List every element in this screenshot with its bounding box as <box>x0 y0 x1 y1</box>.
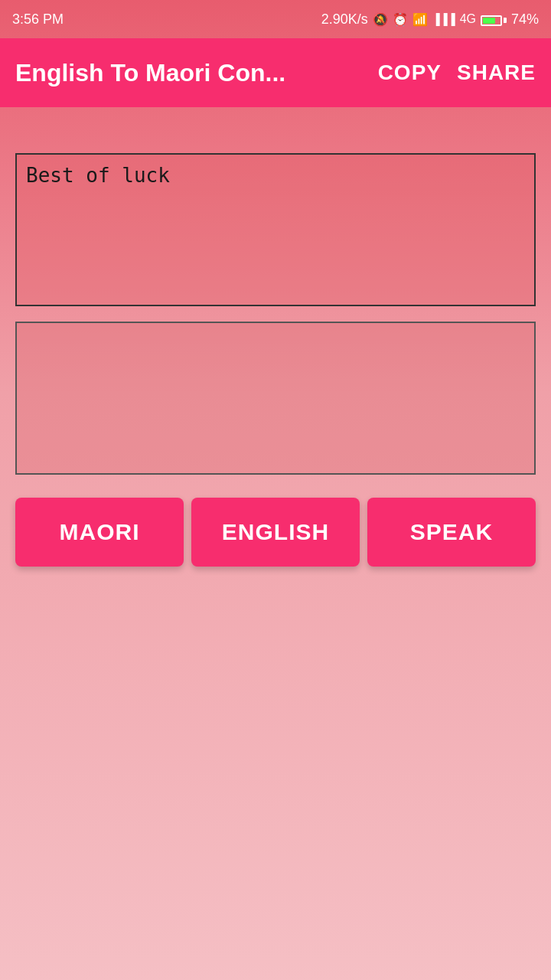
main-content: MAORI ENGLISH SPEAK <box>0 107 551 582</box>
copy-button[interactable]: COPY <box>378 60 442 85</box>
speak-button[interactable]: SPEAK <box>367 498 536 567</box>
status-left: 3:56 PM <box>12 11 64 28</box>
app-bar-actions: COPY SHARE <box>378 60 536 85</box>
time-display: 3:56 PM <box>12 11 64 28</box>
english-button[interactable]: ENGLISH <box>191 498 360 567</box>
input-textarea[interactable] <box>15 153 536 306</box>
battery-icon <box>481 11 507 28</box>
app-title: English To Maori Con... <box>15 59 378 87</box>
wifi-icon: 📶 <box>412 12 428 27</box>
network-type: 4G <box>460 12 476 26</box>
status-bar: 3:56 PM 2.90K/s 🔕 ⏰ 📶 ▐▐▐ 4G 74% <box>0 0 551 38</box>
battery-percent: 74% <box>511 11 539 28</box>
alarm-icon: ⏰ <box>393 12 408 27</box>
signal-icon: ▐▐▐ <box>432 13 455 25</box>
share-button[interactable]: SHARE <box>457 60 536 85</box>
app-bar: English To Maori Con... COPY SHARE <box>0 38 551 107</box>
mute-icon: 🔕 <box>373 12 388 27</box>
buttons-row: MAORI ENGLISH SPEAK <box>15 498 536 567</box>
output-box <box>15 322 536 475</box>
speed-display: 2.90K/s <box>321 11 368 28</box>
maori-button[interactable]: MAORI <box>15 498 184 567</box>
status-right: 2.90K/s 🔕 ⏰ 📶 ▐▐▐ 4G 74% <box>321 11 539 28</box>
